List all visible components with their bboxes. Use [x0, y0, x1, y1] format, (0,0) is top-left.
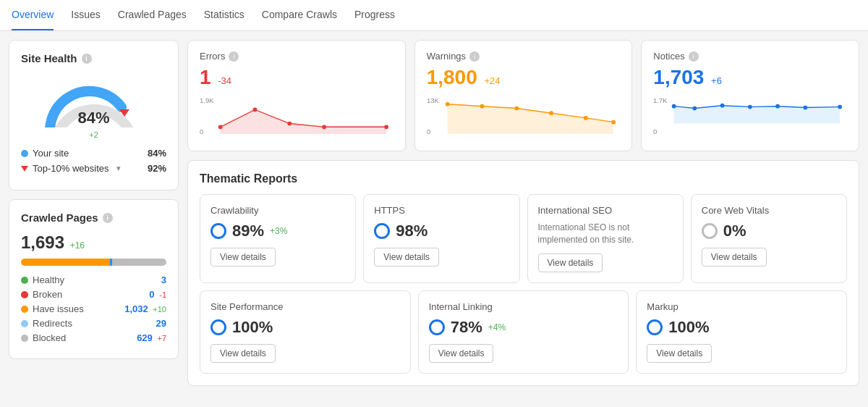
broken-delta: -1 — [159, 290, 166, 299]
thematic-row1: Crawlability 89% +3% View details HTTPS … — [200, 194, 847, 283]
warnings-delta: +24 — [484, 75, 500, 86]
pb-have-issues — [21, 259, 110, 266]
site-perf-view-btn[interactable]: View details — [210, 344, 276, 363]
top10-row: Top-10% websites ▾ 92% — [21, 163, 166, 174]
crawl-redirects-row: Redirects 29 — [21, 318, 166, 329]
healthy-dot — [21, 277, 28, 284]
svg-text:0: 0 — [200, 127, 203, 135]
svg-point-24 — [748, 105, 752, 109]
crawled-pages-card: Crawled Pages i 1,693 +16 Healthy 3 — [9, 199, 179, 359]
svg-point-8 — [384, 125, 388, 129]
crawled-pages-info-icon[interactable]: i — [103, 213, 113, 223]
cwv-view-btn[interactable]: View details — [702, 248, 767, 267]
site-perf-pct-row: 100% — [210, 318, 400, 337]
your-site-dot — [21, 150, 28, 157]
your-site-label: Your site — [33, 148, 69, 159]
https-view-btn[interactable]: View details — [374, 248, 439, 267]
report-intl-seo: International SEO International SEO is n… — [527, 194, 684, 283]
warnings-info-icon[interactable]: i — [469, 51, 480, 62]
top10-value: 92% — [148, 163, 166, 174]
your-site-row: Your site 84% — [21, 148, 166, 159]
internal-linking-view-btn[interactable]: View details — [429, 344, 494, 363]
issues-count-wrap: 1,032 +10 — [124, 303, 166, 314]
svg-point-12 — [445, 102, 449, 106]
crawled-pages-count-row: 1,693 +16 — [21, 232, 166, 253]
svg-point-23 — [720, 104, 725, 108]
intl-seo-view-btn[interactable]: View details — [538, 253, 603, 272]
top10-left: Top-10% websites ▾ — [21, 163, 121, 174]
report-cwv: Core Web Vitals 0% View details — [691, 194, 847, 283]
thematic-reports-title: Thematic Reports — [200, 172, 847, 185]
crawled-pages-title: Crawled Pages i — [21, 211, 166, 224]
report-https: HTTPS 98% View details — [363, 194, 519, 283]
sidebar: Site Health i 84% — [9, 40, 179, 386]
errors-label: Errors i — [200, 51, 393, 62]
thematic-reports-wrap: Thematic Reports Crawlability 89% +3% Vi… — [187, 160, 859, 386]
site-health-title: Site Health i — [21, 52, 166, 64]
pb-blocked — [112, 259, 166, 266]
warnings-label: Warnings i — [427, 51, 621, 62]
internal-linking-pct-row: 78% +4% — [429, 318, 618, 337]
top10-dropdown[interactable]: ▾ — [116, 164, 121, 173]
nav-issues[interactable]: Issues — [71, 0, 100, 30]
svg-text:1.9K: 1.9K — [200, 96, 214, 104]
blocked-delta: +7 — [157, 334, 166, 343]
broken-count-wrap: 0 -1 — [149, 289, 166, 300]
https-circle — [374, 223, 390, 239]
svg-text:13K: 13K — [427, 96, 440, 104]
svg-marker-11 — [447, 104, 613, 134]
top10-icon — [21, 166, 28, 172]
errors-sparkline: 1.9K 0 — [200, 95, 393, 140]
crawlability-circle — [210, 223, 226, 239]
redirects-count: 29 — [156, 318, 166, 329]
internal-linking-circle — [429, 319, 445, 335]
errors-value-row: 1 -34 — [200, 66, 393, 89]
your-site-left: Your site — [21, 148, 69, 159]
gauge-container: 84% +2 — [21, 73, 166, 139]
nav-progress[interactable]: Progress — [354, 0, 395, 30]
https-pct-row: 98% — [374, 222, 509, 240]
markup-view-btn[interactable]: View details — [647, 344, 712, 363]
notices-card: Notices i 1,703 +6 1.7K 0 — [641, 40, 859, 151]
warnings-card: Warnings i 1,800 +24 13K 0 — [414, 40, 633, 151]
markup-pct-row: 100% — [647, 318, 836, 337]
nav-overview[interactable]: Overview — [12, 0, 54, 30]
healthy-count: 3 — [161, 274, 166, 285]
svg-text:0: 0 — [427, 127, 430, 135]
site-health-info-icon[interactable]: i — [82, 54, 92, 64]
warnings-sparkline: 13K 0 — [427, 95, 621, 140]
site-health-card: Site Health i 84% — [9, 40, 179, 190]
svg-point-27 — [838, 105, 843, 109]
crawlability-view-btn[interactable]: View details — [210, 248, 276, 267]
svg-point-14 — [514, 106, 519, 111]
nav-statistics[interactable]: Statistics — [204, 0, 244, 30]
crawl-issues-row: Have issues 1,032 +10 — [21, 303, 166, 314]
notices-label: Notices i — [653, 51, 847, 62]
svg-point-7 — [322, 125, 326, 129]
site-perf-pct: 100% — [232, 318, 273, 337]
notices-sparkline: 1.7K 0 — [653, 95, 847, 140]
blocked-dot — [21, 335, 28, 342]
nav-compare-crawls[interactable]: Compare Crawls — [262, 0, 337, 30]
notices-info-icon[interactable]: i — [689, 51, 699, 62]
notices-value-row: 1,703 +6 — [653, 66, 847, 89]
your-site-value: 84% — [148, 148, 166, 159]
cwv-pct: 0% — [723, 222, 746, 240]
crawlability-pct-row: 89% +3% — [210, 222, 345, 240]
https-pct: 98% — [396, 222, 427, 240]
svg-text:1.7K: 1.7K — [653, 96, 668, 104]
errors-info-icon[interactable]: i — [229, 51, 239, 62]
svg-point-6 — [287, 122, 292, 126]
warnings-chart: 13K 0 — [427, 95, 621, 138]
svg-point-25 — [776, 104, 780, 109]
svg-point-26 — [804, 106, 808, 110]
svg-point-17 — [611, 120, 616, 125]
nav-crawled-pages[interactable]: Crawled Pages — [118, 0, 187, 30]
site-perf-name: Site Performance — [210, 301, 400, 312]
errors-card: Errors i 1 -34 1.9K 0 — [187, 40, 406, 151]
cwv-pct-row: 0% — [702, 222, 836, 240]
internal-linking-name: Internal Linking — [429, 301, 618, 312]
svg-point-22 — [693, 106, 697, 111]
internal-linking-pct: 78% — [451, 318, 482, 337]
report-site-performance: Site Performance 100% View details — [200, 290, 411, 374]
